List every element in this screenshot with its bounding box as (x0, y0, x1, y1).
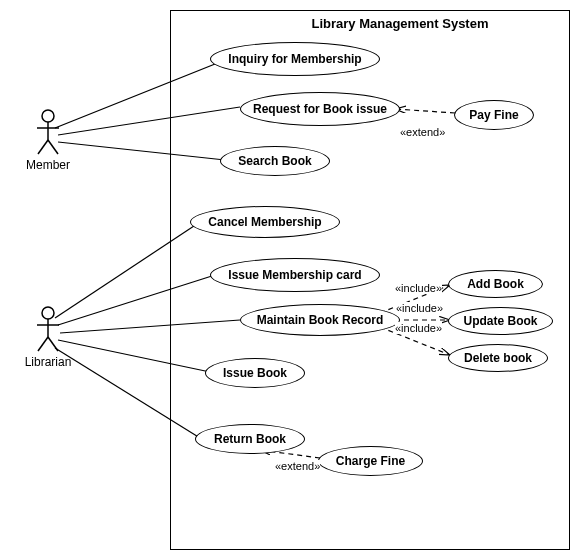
actor-librarian: Librarian (18, 305, 78, 369)
stereotype-extend-chargefine: «extend» (275, 460, 320, 472)
usecase-inquiry-membership: Inquiry for Membership (210, 42, 380, 76)
actor-icon (33, 108, 63, 156)
stereotype-extend-payfine: «extend» (400, 126, 445, 138)
system-title: Library Management System (300, 16, 500, 31)
usecase-issue-book: Issue Book (205, 358, 305, 388)
usecase-maintain-book-record: Maintain Book Record (240, 304, 400, 336)
usecase-charge-fine: Charge Fine (318, 446, 423, 476)
actor-librarian-label: Librarian (18, 355, 78, 369)
usecase-search-book: Search Book (220, 146, 330, 176)
usecase-add-book: Add Book (448, 270, 543, 298)
svg-point-0 (42, 110, 54, 122)
stereotype-include-deletebook: «include» (395, 322, 442, 334)
usecase-return-book: Return Book (195, 424, 305, 454)
stereotype-include-addbook: «include» (395, 282, 442, 294)
svg-line-4 (48, 140, 58, 154)
svg-line-3 (38, 140, 48, 154)
stereotype-include-updatebook: «include» (396, 302, 443, 314)
actor-member-label: Member (18, 158, 78, 172)
svg-line-9 (48, 337, 58, 351)
usecase-pay-fine: Pay Fine (454, 100, 534, 130)
diagram-canvas: Library Management System Member Librari… (0, 0, 588, 560)
usecase-cancel-membership: Cancel Membership (190, 206, 340, 238)
usecase-delete-book: Delete book (448, 344, 548, 372)
usecase-issue-membership-card: Issue Membership card (210, 258, 380, 292)
svg-point-5 (42, 307, 54, 319)
usecase-update-book: Update Book (448, 307, 553, 335)
usecase-request-book-issue: Request for Book issue (240, 92, 400, 126)
actor-member: Member (18, 108, 78, 172)
svg-line-8 (38, 337, 48, 351)
actor-icon (33, 305, 63, 353)
